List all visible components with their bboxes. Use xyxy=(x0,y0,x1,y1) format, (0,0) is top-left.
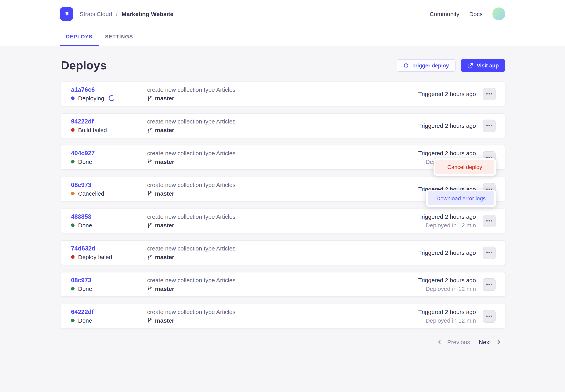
page-head: Deploys Trigger deploy xyxy=(61,58,505,73)
deploy-row: a1a76c6 Deploying create new collection … xyxy=(61,82,505,106)
more-actions-button[interactable] xyxy=(483,278,496,291)
git-branch-icon xyxy=(147,191,152,196)
branch-label: master xyxy=(155,284,174,293)
status-dot xyxy=(71,97,74,100)
commit-hash-link[interactable]: 64222df xyxy=(71,308,147,316)
breadcrumb: Strapi Cloud / Marketing Website xyxy=(80,10,173,17)
status-dot xyxy=(71,255,74,259)
triggered-time: Triggered 2 hours ago xyxy=(418,90,476,98)
page-actions: Trigger deploy Visit app xyxy=(397,59,505,72)
status: Deploy failed xyxy=(71,253,147,261)
commit-hash-link[interactable]: 08c973 xyxy=(71,181,147,189)
more-actions-button[interactable] xyxy=(483,119,496,132)
next-page-button[interactable]: Next xyxy=(479,338,501,345)
status: Cancelled xyxy=(71,189,147,198)
branch: master xyxy=(147,189,418,198)
branch: master xyxy=(147,221,418,229)
download-error-logs-menu-item[interactable]: Download error logs xyxy=(428,191,494,205)
more-actions-button[interactable] xyxy=(483,215,496,227)
next-label: Next xyxy=(479,338,491,345)
status-dot xyxy=(71,160,74,164)
trigger-deploy-label: Trigger deploy xyxy=(412,63,449,69)
commit-hash-link[interactable]: a1a76c6 xyxy=(71,85,147,94)
commit-hash-link[interactable]: 404c927 xyxy=(71,149,147,157)
more-actions-button[interactable] xyxy=(483,310,496,322)
status-label: Done xyxy=(78,316,92,325)
status-label: Deploy failed xyxy=(78,253,112,261)
commit-message: create new collection type Articles xyxy=(147,117,418,126)
status-label: Cancelled xyxy=(78,189,104,198)
breadcrumb-separator: / xyxy=(116,10,118,17)
branch-label: master xyxy=(155,94,174,102)
deploy-duration: Deployed in 12 min xyxy=(426,284,476,293)
trigger-deploy-button[interactable]: Trigger deploy xyxy=(397,59,456,72)
status-dot xyxy=(71,319,74,322)
git-branch-icon xyxy=(147,159,152,165)
git-branch-icon xyxy=(147,96,152,101)
status-label: Done xyxy=(78,221,92,229)
pagination: Previous Next xyxy=(61,336,505,348)
chevron-right-icon xyxy=(496,340,501,344)
commit-message: create new collection type Articles xyxy=(147,149,418,157)
triggered-time: Triggered 2 hours ago xyxy=(418,276,476,284)
status: Done xyxy=(71,221,147,229)
app-root: Strapi Cloud / Marketing Website Communi… xyxy=(0,0,565,392)
status-label: Done xyxy=(78,157,92,166)
triggered-time: Triggered 2 hours ago xyxy=(418,149,476,157)
docs-link[interactable]: Docs xyxy=(469,10,483,17)
breadcrumb-app-link[interactable]: Strapi Cloud xyxy=(80,10,112,17)
status: Build failed xyxy=(71,126,147,134)
tab-deploys[interactable]: DEPLOYS xyxy=(60,28,99,46)
header-right: Community Docs xyxy=(430,7,505,20)
strapi-logo-icon[interactable] xyxy=(60,7,73,21)
previous-label: Previous xyxy=(447,338,470,345)
commit-message: create new collection type Articles xyxy=(147,244,418,253)
header-top: Strapi Cloud / Marketing Website Communi… xyxy=(0,0,565,28)
tab-settings-label: SETTINGS xyxy=(105,34,133,40)
commit-hash-link[interactable]: 08c973 xyxy=(71,276,147,284)
branch-label: master xyxy=(155,189,174,198)
status-dot xyxy=(71,192,74,195)
cancel-deploy-menu-item[interactable]: Cancel deploy xyxy=(435,160,494,174)
branch: master xyxy=(147,94,418,102)
community-link[interactable]: Community xyxy=(430,10,460,17)
commit-hash-link[interactable]: 488858 xyxy=(71,212,147,221)
tab-deploys-label: DEPLOYS xyxy=(66,34,92,40)
branch: master xyxy=(147,316,418,325)
visit-app-button[interactable]: Visit app xyxy=(461,59,505,72)
main-content: Deploys Trigger deploy xyxy=(0,58,565,348)
more-actions-button[interactable] xyxy=(483,88,496,100)
deploy-row: 94222df Build failed create new collecti… xyxy=(61,113,505,138)
git-branch-icon xyxy=(147,127,152,133)
status-label: Done xyxy=(78,284,92,293)
commit-hash-link[interactable]: 94222df xyxy=(71,117,147,126)
status: Done xyxy=(71,157,147,166)
commit-hash-link[interactable]: 74d632d xyxy=(71,244,147,253)
status-dot xyxy=(71,224,74,227)
visit-app-label: Visit app xyxy=(477,63,499,69)
refresh-icon xyxy=(403,63,409,68)
status-label: Deploying xyxy=(78,94,104,102)
status: Done xyxy=(71,284,147,293)
row-actions-menu: Download error logs xyxy=(426,190,496,207)
deploy-row: 08c973 Done create new collection type A… xyxy=(61,272,505,297)
avatar[interactable] xyxy=(492,7,505,20)
breadcrumb-project: Marketing Website xyxy=(121,10,173,17)
deploy-row: 488858 Done create new collection type A… xyxy=(61,209,505,233)
branch: master xyxy=(147,157,418,166)
page-title: Deploys xyxy=(61,59,106,72)
deploy-row: 64222df Done create new collection type … xyxy=(61,304,505,328)
previous-page-button[interactable]: Previous xyxy=(437,338,470,345)
branch: master xyxy=(147,253,418,261)
branch-label: master xyxy=(155,126,174,134)
commit-message: create new collection type Articles xyxy=(147,276,418,284)
more-actions-button[interactable] xyxy=(483,246,496,259)
chevron-left-icon xyxy=(437,340,442,344)
tab-settings[interactable]: SETTINGS xyxy=(99,28,139,46)
external-link-icon xyxy=(467,63,473,69)
loading-spinner-icon xyxy=(108,95,115,102)
triggered-time: Triggered 2 hours ago xyxy=(418,212,476,221)
deploy-duration: Deployed in 12 min xyxy=(426,316,476,325)
triggered-time: Triggered 2 hours ago xyxy=(418,121,476,130)
status-dot xyxy=(71,128,74,132)
